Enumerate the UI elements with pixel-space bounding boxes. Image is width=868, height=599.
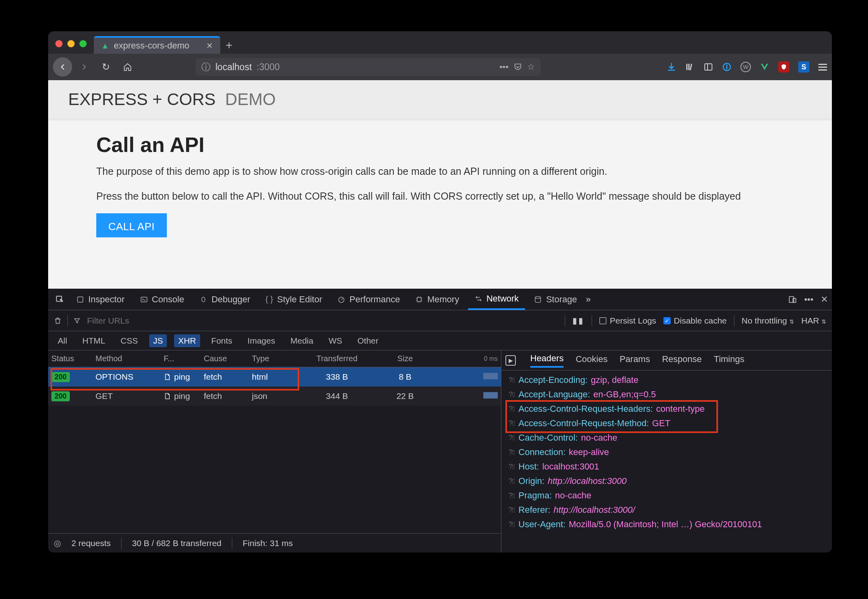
tab-memory[interactable]: Memory [409,289,465,310]
help-icon[interactable]: ?⃝ [509,488,515,503]
toolbar-extensions: W S [667,61,827,73]
tab-performance[interactable]: Performance [331,289,406,310]
downloads-icon[interactable] [667,62,676,72]
responsive-mode-icon[interactable] [788,295,797,304]
vue-devtools-icon[interactable] [760,62,769,72]
tab-inspector[interactable]: Inspector [70,289,131,310]
disable-cache-toggle[interactable]: ✓Disable cache [663,316,727,326]
reload-button[interactable]: ↻ [96,57,116,77]
maximize-window-button[interactable] [79,40,87,47]
close-devtools-button[interactable]: ✕ [821,294,828,305]
col-waterfall[interactable]: 0 ms [433,355,501,362]
page-actions-icon[interactable]: ••• [499,62,509,72]
help-icon[interactable]: ?⃝ [509,402,515,416]
browser-toolbar: ↻ ⓘ localhost:3000 ••• ☆ [48,54,832,80]
request-details-panel: ▶ Headers Cookies Params Response Timing… [501,350,832,552]
onepassword-icon[interactable] [722,62,732,72]
details-tab-timings[interactable]: Timings [714,354,744,367]
filter-other[interactable]: Other [353,334,383,347]
help-icon[interactable]: ?⃝ [509,474,515,488]
help-icon[interactable]: ?⃝ [509,445,515,459]
request-row[interactable]: 200GETpingfetchjson344 B22 B [48,387,501,406]
page-body: Call an API The purpose of this demo app… [48,119,832,251]
svg-rect-0 [686,64,688,70]
chevron-updown-icon: ⇅ [789,318,794,325]
filter-js[interactable]: JS [149,334,167,347]
header-line: ?⃝User-Agent: Mozilla/5.0 (Macintosh; In… [509,517,825,532]
svg-point-9 [202,297,205,302]
ublock-icon[interactable] [778,61,789,73]
call-api-button[interactable]: CALL API [96,213,167,237]
persist-logs-toggle[interactable]: Persist Logs [599,316,656,326]
col-transferred[interactable]: Transferred [297,354,377,363]
library-icon[interactable] [685,62,695,72]
back-button[interactable] [53,57,72,77]
network-toolbar: ▮▮ Persist Logs ✓Disable cache No thrott… [48,310,832,331]
extension-w-icon[interactable]: W [740,62,751,72]
help-icon[interactable]: ?⃝ [509,431,515,445]
browser-tab-active[interactable]: ▲ express-cors-demo ✕ [94,36,220,54]
filter-urls-input[interactable] [86,316,191,326]
filter-css[interactable]: CSS [117,334,142,347]
network-request-list: Status Method F... Cause Type Transferre… [48,350,501,552]
bookmark-icon[interactable]: ☆ [527,62,535,72]
tab-storage[interactable]: Storage [527,289,583,310]
app-menu-button[interactable] [818,64,827,71]
home-button[interactable] [118,57,137,77]
help-icon[interactable]: ?⃝ [509,503,515,517]
help-icon[interactable]: ?⃝ [509,416,515,431]
clear-requests-button[interactable] [54,317,62,325]
filter-fonts[interactable]: Fonts [207,334,237,347]
transferred-summary: 30 B / 682 B transferred [132,538,221,548]
filter-images[interactable]: Images [243,334,279,347]
pick-element-icon[interactable] [52,295,67,304]
pause-icon[interactable]: ▮▮ [572,316,584,326]
minimize-window-button[interactable] [67,40,75,47]
details-tab-headers[interactable]: Headers [530,353,564,368]
help-icon[interactable]: ?⃝ [509,459,515,474]
details-tab-response[interactable]: Response [662,354,702,367]
col-file[interactable]: F... [160,354,201,363]
sidebar-icon[interactable] [704,62,713,72]
filter-html[interactable]: HTML [78,334,109,347]
col-method[interactable]: Method [92,354,160,363]
throttling-dropdown[interactable]: No throttling ⇅ [742,316,794,326]
tab-debugger[interactable]: Debugger [193,289,257,310]
site-info-icon[interactable]: ⓘ [201,61,211,73]
more-tabs-icon[interactable]: » [586,294,590,305]
new-tab-button[interactable]: ＋ [220,36,238,54]
filter-media[interactable]: Media [286,334,317,347]
resend-request-button[interactable]: ▶ [505,355,516,366]
details-tab-params[interactable]: Params [620,354,650,367]
pocket-icon[interactable] [513,63,522,71]
col-type[interactable]: Type [249,354,297,363]
request-headers-list: ?⃝Accept-Encoding: gzip, deflate?⃝Accept… [501,370,832,552]
tab-console[interactable]: Console [134,289,191,310]
devtools-menu-icon[interactable]: ••• [804,294,813,305]
tab-network[interactable]: Network [468,289,525,310]
help-icon[interactable]: ?⃝ [509,517,515,532]
forward-button[interactable] [75,57,94,77]
har-dropdown[interactable]: HAR ⇅ [801,316,826,326]
svg-rect-11 [417,297,421,302]
help-icon[interactable]: ?⃝ [509,373,515,387]
filter-all[interactable]: All [54,334,71,347]
document-icon [164,393,171,400]
page-header: EXPRESS + CORS DEMO [48,80,832,119]
help-icon[interactable]: ?⃝ [509,387,515,402]
tab-style-editor[interactable]: { }Style Editor [259,289,329,310]
close-tab-button[interactable]: ✕ [206,41,213,51]
perf-analysis-icon[interactable]: ◎ [54,538,61,548]
address-bar[interactable]: ⓘ localhost:3000 ••• ☆ [196,58,541,76]
col-cause[interactable]: Cause [201,354,249,363]
header-line: ?⃝Host: localhost:3001 [509,459,825,474]
col-status[interactable]: Status [48,354,92,363]
extension-s-icon[interactable]: S [798,61,809,73]
filter-xhr[interactable]: XHR [174,334,200,347]
col-size[interactable]: Size [377,354,433,363]
filter-ws[interactable]: WS [324,334,346,347]
finish-time: Finish: 31 ms [243,538,293,548]
details-tab-cookies[interactable]: Cookies [576,354,607,367]
close-window-button[interactable] [55,40,63,47]
request-row[interactable]: 200OPTIONSpingfetchhtml338 B8 B [48,367,501,387]
